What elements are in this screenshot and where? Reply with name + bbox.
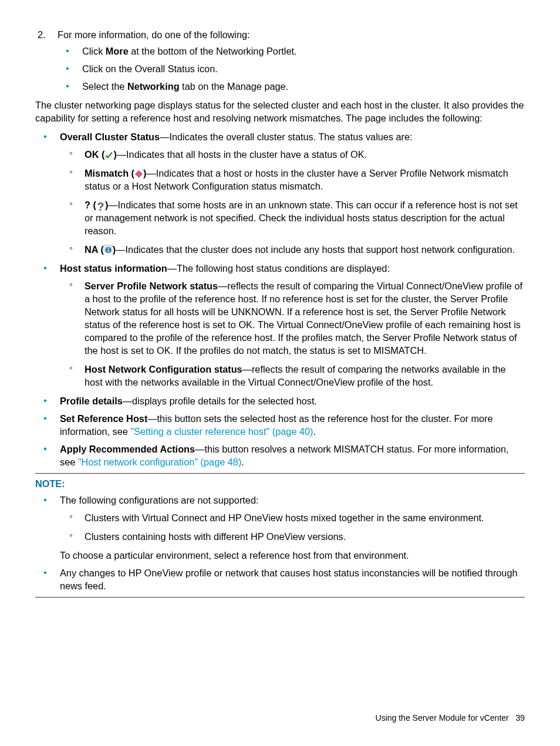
page-body: For more information, do one of the foll… bbox=[0, 0, 560, 625]
status-mismatch: Mismatch ()—Indicates that a host or hos… bbox=[60, 167, 525, 193]
status-values: OK ()—Indicates that all hosts in the cl… bbox=[60, 148, 525, 256]
note-item-2: Any changes to HP OneView profile or net… bbox=[35, 566, 525, 592]
info-icon bbox=[104, 244, 113, 252]
list-item: Click on the Overall Status icon. bbox=[58, 62, 525, 75]
set-reference-host: Set Reference Host—this button sets the … bbox=[35, 412, 525, 438]
step-2: For more information, do one of the foll… bbox=[54, 28, 525, 93]
apply-recommended-actions: Apply Recommended Actions—this button re… bbox=[35, 443, 525, 468]
host-network-config-link[interactable]: "Host network configuration" (page 48) bbox=[78, 457, 242, 467]
profile-details: Profile details—displays profile details… bbox=[35, 394, 525, 407]
note-item-1: The following configurations are not sup… bbox=[35, 494, 525, 562]
feature-list: Overall Cluster Status—Indicates the ove… bbox=[35, 130, 525, 468]
note-sub-b: Clusters containing hosts with different… bbox=[60, 530, 525, 543]
status-ok: OK ()—Indicates that all hosts in the cl… bbox=[60, 148, 525, 161]
svg-rect-2 bbox=[107, 249, 109, 252]
note-header: NOTE: bbox=[35, 477, 525, 490]
overall-cluster-status: Overall Cluster Status—Indicates the ove… bbox=[35, 130, 525, 256]
host-status-information: Host status information—The following ho… bbox=[35, 262, 525, 389]
svg-rect-1 bbox=[107, 248, 109, 249]
page-footer: Using the Server Module for vCenter 39 bbox=[376, 713, 525, 724]
note-sub-footer: To choose a particular environment, sele… bbox=[60, 549, 525, 562]
footer-page: 39 bbox=[515, 713, 525, 723]
diamond-icon bbox=[134, 168, 143, 176]
note-sub-a: Clusters with Virtual Connect and HP One… bbox=[60, 511, 525, 524]
step-2-text: For more information, do one of the foll… bbox=[58, 29, 250, 40]
status-unknown: ? (?)—Indicates that some hosts are in a… bbox=[60, 198, 525, 237]
note-sublist: Clusters with Virtual Connect and HP One… bbox=[60, 511, 525, 543]
list-item: Select the Networking tab on the Manage … bbox=[58, 80, 525, 93]
host-status-list: Server Profile Network status—reflects t… bbox=[60, 279, 525, 389]
check-icon bbox=[104, 149, 113, 157]
host-network-config-status: Host Network Configuration status—reflec… bbox=[60, 363, 525, 389]
list-item: Click More at the bottom of the Networki… bbox=[58, 45, 525, 58]
step-2-options: Click More at the bottom of the Networki… bbox=[58, 45, 525, 93]
step-list: For more information, do one of the foll… bbox=[35, 28, 525, 93]
intro-paragraph: The cluster networking page displays sta… bbox=[35, 99, 525, 124]
set-reference-link[interactable]: "Setting a cluster reference host" (page… bbox=[130, 426, 313, 437]
footer-title: Using the Server Module for vCenter bbox=[376, 713, 509, 723]
server-profile-network-status: Server Profile Network status—reflects t… bbox=[60, 279, 525, 357]
note-top-rule bbox=[35, 473, 525, 474]
question-icon: ? bbox=[96, 202, 105, 211]
note-list: The following configurations are not sup… bbox=[35, 494, 525, 592]
note-bottom-rule bbox=[35, 597, 525, 598]
status-na: NA ()—Indicates that the cluster does no… bbox=[60, 243, 525, 256]
